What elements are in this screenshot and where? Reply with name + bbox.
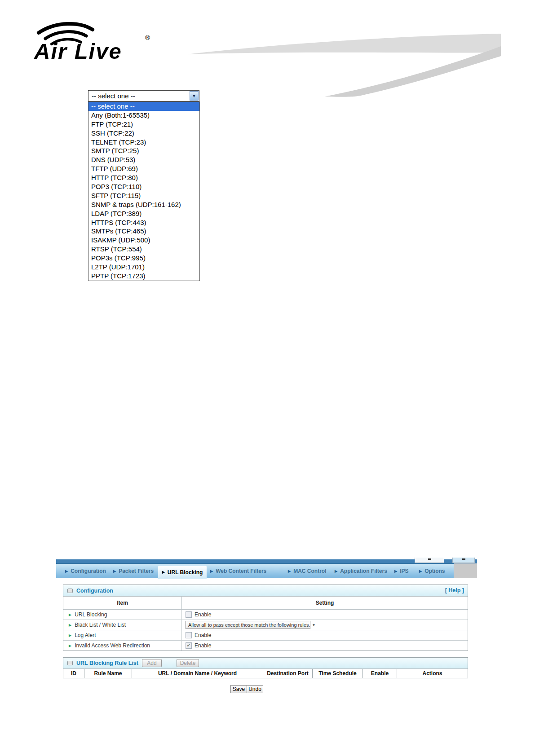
option-snmp[interactable]: SNMP & traps (UDP:161-162): [88, 200, 199, 209]
tab-label: Packet Filters: [119, 568, 154, 574]
row-black-white-list: ▶ Black List / White List Allow all to p…: [63, 620, 468, 630]
chevron-down-icon: ▼: [312, 623, 315, 627]
tab-label: URL Blocking: [168, 569, 203, 576]
tab-arrow-icon: ▶: [335, 569, 337, 573]
page: Air Live ® -- select one -- ▼ -- select …: [0, 0, 535, 756]
chevron-down-icon: ▼: [192, 94, 196, 98]
item-arrow-icon: ▶: [69, 644, 71, 648]
option-isakmp[interactable]: ISAKMP (UDP:500): [88, 236, 199, 245]
option-ldap[interactable]: LDAP (TCP:389): [88, 209, 199, 218]
configuration-panel: Configuration [ Help ] Item Setting ▶ UR…: [63, 585, 468, 651]
help-link[interactable]: [ Help ]: [445, 587, 464, 593]
cutoff-widget-right: [452, 558, 475, 563]
enable-label: Enable: [195, 611, 211, 618]
option-pop3[interactable]: POP3 (TCP:110): [88, 182, 199, 191]
row-item-cell: ▶ Black List / White List: [63, 620, 182, 630]
option-ftp[interactable]: FTP (TCP:21): [88, 120, 199, 129]
column-time-schedule: Time Schedule: [313, 669, 363, 678]
swoosh-decoration: [186, 34, 501, 99]
tab-label: Application Filters: [340, 568, 387, 574]
row-log-alert: ▶ Log Alert Enable: [63, 630, 468, 641]
tab-web-content-filters[interactable]: ▶ Web Content Filters: [210, 564, 266, 578]
cutoff-widget-left: [415, 558, 444, 563]
row-item-cell: ▶ Invalid Access Web Redirection: [63, 641, 182, 651]
admin-top-bar: [56, 559, 477, 563]
tab-application-filters[interactable]: ▶ Application Filters: [335, 564, 387, 578]
check-icon: ✔: [187, 643, 190, 648]
row-setting-cell: Enable: [182, 610, 468, 620]
row-setting-cell: Enable: [182, 630, 468, 640]
option-pptp[interactable]: PPTP (TCP:1723): [88, 272, 199, 281]
logo-text: Air Live: [34, 39, 122, 63]
protocol-option-list: -- select one -- Any (Both:1-65535) FTP …: [88, 101, 200, 281]
add-button[interactable]: Add: [142, 659, 162, 667]
invalid-access-enable-checkbox[interactable]: ✔: [186, 642, 192, 649]
tab-arrow-icon: ▶: [210, 569, 213, 573]
option-https[interactable]: HTTPS (TCP:443): [88, 218, 199, 227]
tab-packet-filters[interactable]: ▶ Packet Filters: [113, 564, 154, 578]
column-rule-name: Rule Name: [84, 669, 132, 678]
undo-button[interactable]: Undo: [247, 685, 263, 693]
tab-configuration[interactable]: ▶ Configuration: [65, 564, 106, 578]
tab-label: Options: [424, 568, 445, 574]
url-blocking-enable-checkbox[interactable]: [186, 611, 192, 618]
option-ssh[interactable]: SSH (TCP:22): [88, 129, 199, 138]
delete-button[interactable]: Delete: [177, 659, 199, 667]
item-arrow-icon: ▶: [69, 633, 71, 637]
row-url-blocking: ▶ URL Blocking Enable: [63, 610, 468, 620]
option-l2tp[interactable]: L2TP (UDP:1701): [88, 263, 199, 272]
enable-label: Enable: [195, 642, 211, 649]
column-item: Item: [63, 597, 182, 609]
item-arrow-icon: ▶: [69, 613, 71, 617]
airlive-logo: Air Live ®: [31, 20, 155, 63]
log-alert-enable-checkbox[interactable]: [186, 632, 192, 638]
option-sftp[interactable]: SFTP (TCP:115): [88, 191, 199, 200]
tab-arrow-icon: ▶: [113, 569, 116, 573]
option-dns[interactable]: DNS (UDP:53): [88, 155, 199, 164]
admin-tab-bar: ▶ Configuration ▶ Packet Filters ▶ URL B…: [56, 563, 454, 578]
tab-arrow-icon: ▶: [65, 569, 68, 573]
section-icon: [67, 589, 73, 593]
option-http[interactable]: HTTP (TCP:80): [88, 173, 199, 182]
rule-list-panel: URL Blocking Rule List Add Delete ID Rul…: [63, 657, 468, 678]
row-setting-cell: Allow all to pass except those match the…: [182, 620, 468, 630]
tab-mac-control[interactable]: ▶ MAC Control: [288, 564, 326, 578]
row-invalid-access-redirection: ▶ Invalid Access Web Redirection ✔ Enabl…: [63, 641, 468, 651]
tab-label: Web Content Filters: [216, 568, 266, 574]
option-pop3s[interactable]: POP3s (TCP:995): [88, 254, 199, 263]
column-actions: Actions: [397, 669, 468, 678]
tab-arrow-icon: ▶: [419, 569, 422, 573]
save-button[interactable]: Save: [230, 685, 247, 693]
enable-label: Enable: [195, 632, 211, 638]
option-rtsp[interactable]: RTSP (TCP:554): [88, 245, 199, 254]
configuration-title: Configuration: [76, 588, 113, 594]
column-id: ID: [63, 669, 84, 678]
option-smtp[interactable]: SMTP (TCP:25): [88, 146, 199, 155]
tab-arrow-icon: ▶: [162, 570, 165, 574]
option-telnet[interactable]: TELNET (TCP:23): [88, 138, 199, 147]
column-setting: Setting: [182, 597, 468, 609]
row-item-cell: ▶ URL Blocking: [63, 610, 182, 620]
airlive-logo-graphic: Air Live ®: [31, 20, 155, 63]
protocol-select[interactable]: -- select one -- ▼: [88, 90, 199, 101]
select-dropdown-button[interactable]: ▼: [190, 91, 199, 101]
configuration-column-headers: Item Setting: [63, 597, 468, 610]
blacklist-mode-value: Allow all to pass except those match the…: [188, 622, 310, 628]
option-tftp[interactable]: TFTP (UDP:69): [88, 164, 199, 173]
column-destination-port: Destination Port: [263, 669, 313, 678]
option-select-one[interactable]: -- select one --: [88, 102, 199, 111]
dash-icon: [428, 558, 431, 560]
item-label: Black List / White List: [75, 622, 126, 628]
tab-arrow-icon: ▶: [394, 569, 397, 573]
tab-label: Configuration: [71, 568, 106, 574]
item-arrow-icon: ▶: [69, 623, 71, 627]
rule-list-column-headers: ID Rule Name URL / Domain Name / Keyword…: [63, 669, 468, 678]
tab-url-blocking[interactable]: ▶ URL Blocking: [158, 566, 207, 579]
option-smtps[interactable]: SMTPs (TCP:465): [88, 227, 199, 236]
tab-label: IPS: [400, 568, 408, 574]
tab-options[interactable]: ▶ Options: [419, 564, 445, 578]
tab-ips[interactable]: ▶ IPS: [394, 564, 409, 578]
blacklist-mode-select[interactable]: Allow all to pass except those match the…: [186, 621, 310, 629]
tab-label: MAC Control: [293, 568, 326, 574]
option-any[interactable]: Any (Both:1-65535): [88, 111, 199, 120]
